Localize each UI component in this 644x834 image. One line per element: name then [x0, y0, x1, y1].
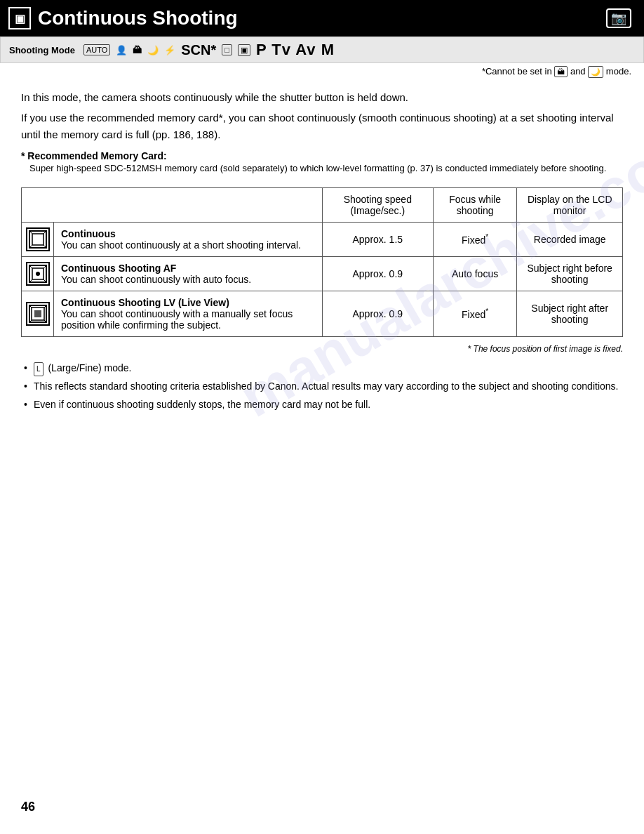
mode-scn: SCN*	[181, 42, 216, 58]
cannot-set-note: *Cannot be set in 🏔 and 🌙 mode.	[0, 63, 644, 81]
page-number: 46	[21, 800, 35, 814]
row3-desc: You can shoot continuously with a manual…	[61, 308, 293, 331]
row2-icon-cell	[22, 257, 54, 291]
intro-line1: In this mode, the camera shoots continuo…	[21, 89, 623, 105]
bullet-list: L (Large/Fine) mode. This reflects stand…	[21, 361, 623, 412]
camera-icon: 📷	[606, 8, 631, 28]
mode-icon-night: 🌙	[147, 45, 159, 55]
row1-icon-cell	[22, 223, 54, 257]
cannot-set-text: *Cannot be set in	[482, 66, 552, 77]
recommended-section: * Recommended Memory Card: Super high-sp…	[21, 150, 623, 176]
bullet-1-text: (Large/Fine) mode.	[48, 362, 131, 373]
bullet-item: This reflects standard shooting criteria…	[21, 379, 623, 395]
row1-display: Recorded image	[517, 223, 623, 257]
shooting-mode-bar: Shooting Mode AUTO 👤 🏔 🌙 ⚡ SCN* □ ▣ P Tv…	[0, 37, 644, 63]
intro-line2: If you use the recommended memory card*,…	[21, 110, 623, 143]
row1-icon	[26, 227, 50, 251]
bullet-3-text: Even if continuous shooting suddenly sto…	[34, 399, 370, 410]
mode-icon-p1: □	[222, 44, 232, 55]
row2-desc: You can shoot continuously with auto foc…	[61, 274, 251, 285]
mode-bar-label: Shooting Mode	[9, 45, 75, 55]
row2-speed: Approx. 0.9	[322, 257, 433, 291]
row1-focus: Fixed*	[433, 223, 517, 257]
svg-point-12	[36, 272, 40, 276]
row1-label: Continuous You can shoot continuously at…	[54, 223, 323, 257]
cannot-set-icon1: 🏔	[554, 66, 568, 77]
shooting-table: Shooting speed (Image/sec.) Focus while …	[21, 187, 623, 337]
table-row: Continuous Shooting AF You can shoot con…	[22, 257, 623, 291]
table-row: Continuous Shooting LV (Live View) You c…	[22, 291, 623, 337]
mode-icon-sports: ⚡	[164, 45, 175, 55]
table-footnote: * The focus position of first image is f…	[21, 344, 623, 354]
col-header-focus: Focus while shooting	[433, 188, 517, 223]
row1-desc: You can shoot continuously at a short sh…	[61, 239, 301, 251]
and-text: and	[570, 66, 586, 77]
row3-display: Subject right after shooting	[517, 291, 623, 337]
row2-display: Subject right before shooting	[517, 257, 623, 291]
row3-icon	[26, 302, 50, 326]
row3-icon-cell	[22, 291, 54, 337]
svg-rect-1	[32, 234, 43, 245]
row2-focus: Auto focus	[433, 257, 517, 291]
row1-speed: Approx. 1.5	[322, 223, 433, 257]
recommended-body: Super high-speed SDC-512MSH memory card …	[29, 163, 606, 173]
page-header: ▣ Continuous Shooting 📷	[0, 0, 644, 37]
mode-icon-landscape: 🏔	[133, 45, 142, 55]
main-content: In this mode, the camera shoots continuo…	[0, 84, 644, 429]
row3-focus: Fixed*	[433, 291, 517, 337]
row3-name: Continuous Shooting LV (Live View)	[61, 297, 229, 308]
cannot-set-mode: mode.	[606, 66, 631, 77]
bullet-2-text: This reflects standard shooting criteria…	[34, 380, 618, 392]
svg-rect-19	[34, 310, 41, 317]
cannot-set-icon2: 🌙	[588, 66, 603, 78]
header-title: ▣ Continuous Shooting	[8, 7, 238, 29]
row2-icon	[26, 262, 50, 286]
bullet-item: Even if continuous shooting suddenly sto…	[21, 397, 623, 413]
table-row: Continuous You can shoot continuously at…	[22, 223, 623, 257]
col-header-display: Display on the LCD monitor	[517, 188, 623, 223]
recommended-title: * Recommended Memory Card:	[21, 150, 167, 161]
row2-label: Continuous Shooting AF You can shoot con…	[54, 257, 323, 291]
mode-ptvavm: P Tv Av M	[256, 41, 335, 59]
row1-name: Continuous	[61, 228, 116, 239]
row3-label: Continuous Shooting LV (Live View) You c…	[54, 291, 323, 337]
bullet-item: L (Large/Fine) mode.	[21, 361, 623, 376]
row3-speed: Approx. 0.9	[322, 291, 433, 337]
mode-icon-portrait: 👤	[116, 45, 127, 55]
col-header-speed: Shooting speed (Image/sec.)	[322, 188, 433, 223]
mode-icon-p2: ▣	[238, 44, 250, 56]
mode-icon-auto: AUTO	[83, 44, 110, 55]
header-title-text: Continuous Shooting	[38, 7, 238, 29]
header-icon: ▣	[8, 7, 31, 29]
largefine-icon: L	[34, 362, 43, 376]
row2-name: Continuous Shooting AF	[61, 263, 176, 274]
